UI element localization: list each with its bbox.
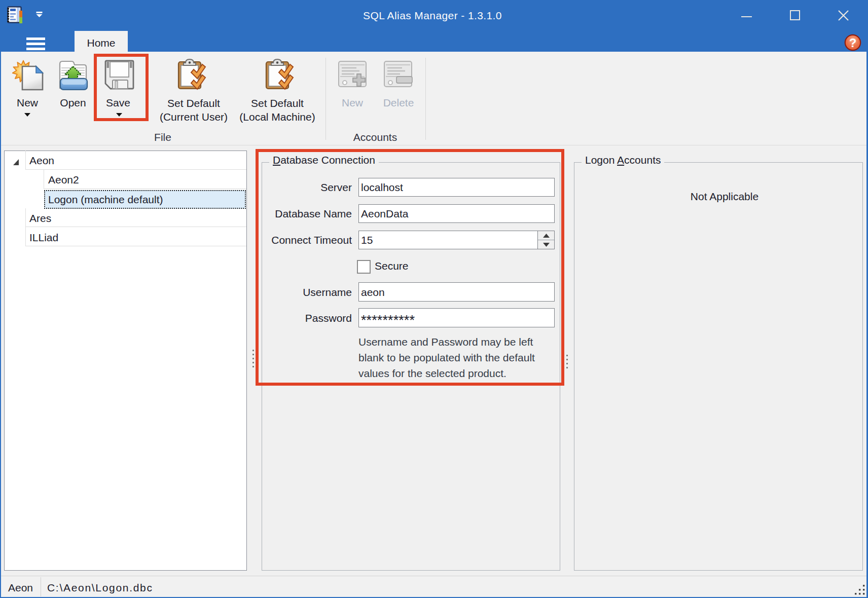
svg-text:?: ?	[849, 36, 857, 50]
